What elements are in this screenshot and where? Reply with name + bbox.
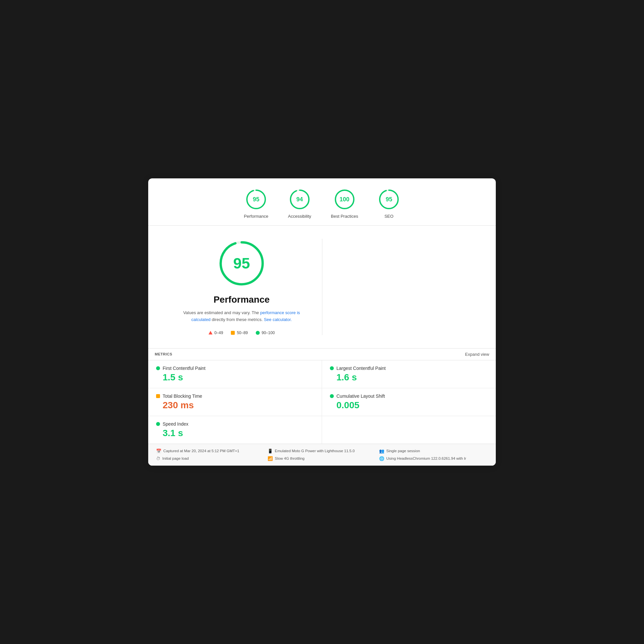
footer-load-text: Initial page load <box>162 456 189 460</box>
si-dot <box>156 422 160 426</box>
metrics-header: METRICS Expand view <box>148 348 496 360</box>
fcp-header: First Contentful Paint <box>156 366 314 371</box>
main-card: 95 Performance 94 Accessibility 100 Best… <box>148 178 496 466</box>
footer-throttling: 📶 Slow 4G throttling <box>268 456 376 461</box>
performance-title: Performance <box>213 294 270 305</box>
footer-captured: 📅 Captured at Mar 20, 2024 at 5:12 PM GM… <box>156 449 265 453</box>
metric-si: Speed Index 3.1 s <box>148 416 322 444</box>
signal-icon: 📶 <box>268 456 273 461</box>
lcp-header: Largest Contentful Paint <box>330 366 488 371</box>
score-circle-performance: 95 <box>245 188 267 211</box>
circle-icon <box>256 331 260 335</box>
tbt-dot <box>156 394 160 398</box>
si-name: Speed Index <box>163 421 189 427</box>
legend: 0–49 50–89 90–100 <box>209 331 275 335</box>
vertical-divider <box>322 239 322 335</box>
tbt-header: Total Blocking Time <box>156 393 314 399</box>
big-score-value: 95 <box>233 254 250 272</box>
score-value: 95 <box>253 196 259 203</box>
si-value: 3.1 s <box>156 428 314 438</box>
performance-desc: Values are estimated and may vary. The p… <box>183 310 301 323</box>
score-item-seo: 95 SEO <box>378 188 400 219</box>
session-icon: 👥 <box>379 449 384 453</box>
footer: 📅 Captured at Mar 20, 2024 at 5:12 PM GM… <box>148 444 496 466</box>
metric-cls: Cumulative Layout Shift 0.005 <box>322 388 496 416</box>
lcp-value: 1.6 s <box>330 372 488 383</box>
scores-row: 95 Performance 94 Accessibility 100 Best… <box>148 178 496 226</box>
score-circle-best practices: 100 <box>333 188 356 211</box>
legend-label-red: 0–49 <box>214 331 223 335</box>
score-label: Accessibility <box>288 214 311 219</box>
score-item-best-practices: 100 Best Practices <box>331 188 358 219</box>
tbt-value: 230 ms <box>156 400 314 411</box>
score-value: 94 <box>296 196 303 203</box>
footer-browser: 🌐 Using HeadlessChromium 122.0.6261.94 w… <box>379 456 488 461</box>
legend-item-orange: 50–89 <box>231 331 248 335</box>
footer-load-type: ⏱ Initial page load <box>156 456 265 461</box>
main-content: 95 Performance Values are estimated and … <box>148 226 496 348</box>
desc-text2: directly from these metrics. <box>211 317 264 322</box>
metrics-grid: First Contentful Paint 1.5 s Largest Con… <box>148 360 496 444</box>
load-icon: ⏱ <box>156 456 160 461</box>
metric-empty <box>322 416 496 444</box>
footer-device-text: Emulated Moto G Power with Lighthouse 11… <box>275 449 355 453</box>
score-item-performance: 95 Performance <box>244 188 268 219</box>
footer-session-text: Single page session <box>386 449 420 453</box>
lcp-dot <box>330 366 334 370</box>
left-panel: 95 Performance Values are estimated and … <box>168 239 315 335</box>
fcp-value: 1.5 s <box>156 372 314 383</box>
footer-captured-text: Captured at Mar 20, 2024 at 5:12 PM GMT+… <box>163 449 239 453</box>
calculator-link[interactable]: See calculator. <box>264 317 292 322</box>
score-value: 95 <box>386 196 392 203</box>
score-circle-accessibility: 94 <box>289 188 311 211</box>
metric-lcp: Largest Contentful Paint 1.6 s <box>322 360 496 388</box>
fcp-name: First Contentful Paint <box>163 366 206 371</box>
browser-icon: 🌐 <box>379 456 384 461</box>
tbt-name: Total Blocking Time <box>163 393 202 399</box>
legend-label-orange: 50–89 <box>237 331 248 335</box>
footer-device: 📱 Emulated Moto G Power with Lighthouse … <box>268 449 376 453</box>
desc-text1: Values are estimated and may vary. The <box>183 310 260 315</box>
footer-browser-text: Using HeadlessChromium 122.0.6261.94 wit… <box>386 456 466 460</box>
cls-value: 0.005 <box>330 400 488 411</box>
cls-header: Cumulative Layout Shift <box>330 393 488 399</box>
metrics-title: METRICS <box>155 352 172 356</box>
score-label: SEO <box>384 214 393 219</box>
legend-item-green: 90–100 <box>256 331 275 335</box>
legend-label-green: 90–100 <box>262 331 275 335</box>
legend-item-red: 0–49 <box>209 331 223 335</box>
score-circle-seo: 95 <box>378 188 400 211</box>
lcp-name: Largest Contentful Paint <box>336 366 386 371</box>
footer-throttling-text: Slow 4G throttling <box>275 456 305 460</box>
device-icon: 📱 <box>268 449 273 453</box>
cls-name: Cumulative Layout Shift <box>336 393 385 399</box>
big-score-circle: 95 <box>217 239 266 288</box>
metric-fcp: First Contentful Paint 1.5 s <box>148 360 322 388</box>
triangle-icon <box>209 331 212 334</box>
score-item-accessibility: 94 Accessibility <box>288 188 311 219</box>
score-value: 100 <box>340 196 350 203</box>
score-label: Performance <box>244 214 268 219</box>
footer-session: 👥 Single page session <box>379 449 488 453</box>
expand-view-button[interactable]: Expand view <box>465 352 489 357</box>
score-label: Best Practices <box>331 214 358 219</box>
calendar-icon: 📅 <box>156 449 161 453</box>
cls-dot <box>330 394 334 398</box>
square-icon <box>231 331 235 335</box>
metric-tbt: Total Blocking Time 230 ms <box>148 388 322 416</box>
right-panel <box>329 239 476 335</box>
si-header: Speed Index <box>156 421 314 427</box>
fcp-dot <box>156 366 160 370</box>
